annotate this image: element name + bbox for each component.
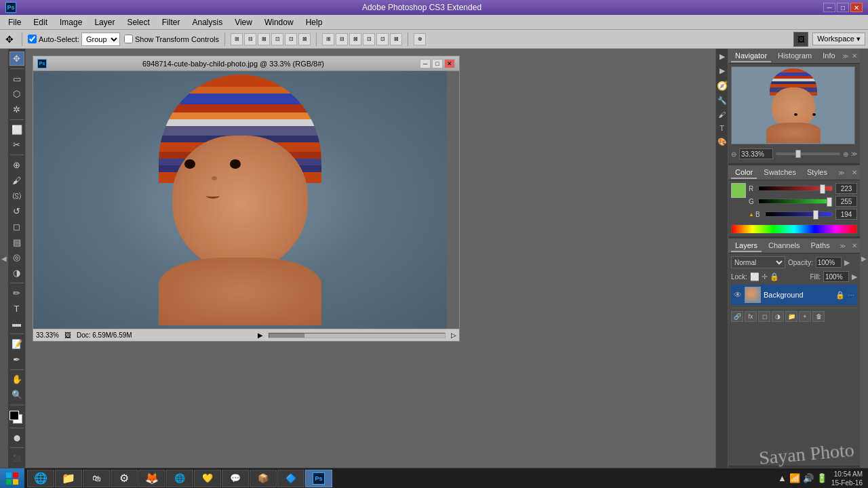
delete-layer-btn[interactable]: 🗑 xyxy=(812,311,825,322)
taskbar-messenger[interactable]: 💬 xyxy=(222,470,249,487)
add-layer-btn[interactable]: + xyxy=(799,311,811,322)
panel-nav-icon[interactable]: 🧭 xyxy=(716,79,728,93)
dist-bottom-icon[interactable]: ⊠ xyxy=(390,33,402,45)
blend-mode-select[interactable]: Normal Multiply Screen xyxy=(731,256,785,268)
shape-tool[interactable]: ▬ xyxy=(9,317,24,331)
doc-minimize-btn[interactable]: ─ xyxy=(420,59,431,68)
menu-select[interactable]: Select xyxy=(121,16,155,28)
add-adjustment-btn[interactable]: ◑ xyxy=(772,311,784,322)
document-canvas[interactable] xyxy=(33,71,447,329)
taskbar-settings[interactable]: ⚙ xyxy=(111,470,138,487)
panel-toggle-2[interactable]: ▶ xyxy=(719,64,726,77)
auto-align-icon[interactable]: ⊕ xyxy=(414,33,426,45)
layers-close-btn[interactable]: ✕ xyxy=(852,242,857,249)
taskbar-firefox[interactable]: 🦊 xyxy=(138,470,165,487)
taskbar-store[interactable]: 🛍 xyxy=(83,470,110,487)
volume-icon[interactable]: 🔊 xyxy=(803,473,814,483)
zoom-tool[interactable]: 🔍 xyxy=(9,388,24,402)
eraser-tool[interactable]: ◻ xyxy=(9,220,24,234)
align-top-icon[interactable]: ⊡ xyxy=(271,33,283,45)
screen-mode-icon[interactable]: 🖼 xyxy=(793,32,808,47)
layer-visibility-icon[interactable]: 👁 xyxy=(734,290,742,300)
green-value[interactable]: 255 xyxy=(835,196,857,207)
taskbar-photoshop[interactable]: Ps xyxy=(305,470,332,487)
foreground-color-display[interactable] xyxy=(731,183,746,198)
fill-value[interactable]: 100% xyxy=(823,271,849,282)
lock-pixels-icon[interactable]: ⬜ xyxy=(750,272,760,281)
lasso-tool[interactable]: ⬡ xyxy=(9,87,24,101)
nav-zoom-thumb[interactable] xyxy=(795,150,801,158)
path-tool[interactable]: ✏ xyxy=(9,286,24,300)
taskbar-app3[interactable]: 🔷 xyxy=(277,470,304,487)
nav-zoom-input[interactable]: 33.33% xyxy=(739,148,773,159)
slice-tool[interactable]: ✂ xyxy=(9,138,24,152)
menu-analysis[interactable]: Analysis xyxy=(186,16,228,28)
panel-tool-icon[interactable]: 🔧 xyxy=(717,94,728,107)
menu-window[interactable]: Window xyxy=(259,16,299,28)
fill-expand-icon[interactable]: ▶ xyxy=(852,272,857,281)
align-center-h-icon[interactable]: ⊟ xyxy=(244,33,256,45)
taskbar-chrome[interactable]: 🌐 xyxy=(166,470,193,487)
hand-tool[interactable]: ✋ xyxy=(9,373,24,387)
tab-swatches[interactable]: Swatches xyxy=(760,167,800,179)
menu-filter[interactable]: Filter xyxy=(157,16,186,28)
red-thumb[interactable] xyxy=(820,184,825,194)
foreground-color-swatch[interactable] xyxy=(9,411,19,420)
navigator-close-btn[interactable]: ✕ xyxy=(852,52,857,60)
history-brush-tool[interactable]: ↺ xyxy=(9,204,24,218)
start-button[interactable] xyxy=(0,468,24,489)
brush-tool[interactable]: 🖌 xyxy=(9,174,24,188)
auto-select-dropdown[interactable]: Group Layer xyxy=(81,33,120,46)
gradient-tool[interactable]: ▤ xyxy=(9,235,24,249)
taskbar-app1[interactable]: 💛 xyxy=(194,470,221,487)
network-icon[interactable]: 📶 xyxy=(789,473,800,483)
maximize-button[interactable]: □ xyxy=(837,3,849,12)
tab-styles[interactable]: Styles xyxy=(803,167,831,179)
workspace-button[interactable]: Workspace ▾ xyxy=(812,33,865,45)
eyedropper-tool[interactable]: ✒ xyxy=(9,352,24,367)
blue-value[interactable]: 194 xyxy=(835,209,857,220)
menu-help[interactable]: Help xyxy=(300,16,328,28)
color-expand-btn[interactable]: ≫ xyxy=(838,169,844,176)
close-button[interactable]: ✕ xyxy=(850,3,863,12)
red-value[interactable]: 223 xyxy=(835,183,857,194)
blur-tool[interactable]: ◎ xyxy=(9,251,24,265)
opacity-expand-icon[interactable]: ▶ xyxy=(844,258,850,267)
nav-menu-btn[interactable]: ≫ xyxy=(851,150,857,157)
menu-layer[interactable]: Layer xyxy=(89,16,120,28)
taskbar-ie[interactable]: 🌐 xyxy=(27,470,54,487)
tab-paths[interactable]: Paths xyxy=(807,240,834,252)
layers-expand-btn[interactable]: ≫ xyxy=(840,243,846,249)
screen-mode-btn[interactable]: ⬛ xyxy=(9,451,24,465)
doc-close-btn[interactable]: ✕ xyxy=(444,59,455,68)
menu-image[interactable]: Image xyxy=(54,16,87,28)
move-tool-icon[interactable]: ✥ xyxy=(3,33,16,46)
opacity-value[interactable]: 100% xyxy=(816,257,842,268)
text-tool[interactable]: T xyxy=(9,302,24,316)
tab-channels[interactable]: Channels xyxy=(764,240,804,252)
menu-view[interactable]: View xyxy=(229,16,258,28)
lock-all-icon[interactable]: 🔒 xyxy=(770,272,779,281)
add-style-btn[interactable]: fx xyxy=(745,311,757,322)
panel-brush-icon[interactable]: 🖌 xyxy=(717,108,726,121)
tab-layers[interactable]: Layers xyxy=(731,240,762,252)
dist-right-icon[interactable]: ⊠ xyxy=(349,33,361,45)
left-panel-collapse[interactable]: ◀ xyxy=(0,49,8,468)
align-left-icon[interactable]: ⊞ xyxy=(231,33,243,45)
dist-middle-icon[interactable]: ⊡ xyxy=(376,33,389,45)
dist-top-icon[interactable]: ⊡ xyxy=(363,33,375,45)
menu-file[interactable]: File xyxy=(3,16,26,28)
panel-text-icon[interactable]: T xyxy=(719,122,725,134)
marquee-tool[interactable]: ▭ xyxy=(9,72,24,86)
align-bottom-icon[interactable]: ⊠ xyxy=(298,33,311,45)
nav-zoom-plus[interactable]: ⊕ xyxy=(843,150,848,158)
clock[interactable]: 10:54 AM 15-Feb-16 xyxy=(831,470,863,487)
blue-thumb[interactable] xyxy=(813,210,818,220)
color-close-btn[interactable]: ✕ xyxy=(852,169,857,176)
tab-color[interactable]: Color xyxy=(731,167,757,179)
tab-info[interactable]: Info xyxy=(818,50,839,62)
dist-center-icon[interactable]: ⊟ xyxy=(336,33,348,45)
taskbar-app2[interactable]: 📦 xyxy=(250,470,277,487)
doc-maximize-btn[interactable]: □ xyxy=(432,59,443,68)
lock-position-icon[interactable]: ✛ xyxy=(762,272,768,281)
